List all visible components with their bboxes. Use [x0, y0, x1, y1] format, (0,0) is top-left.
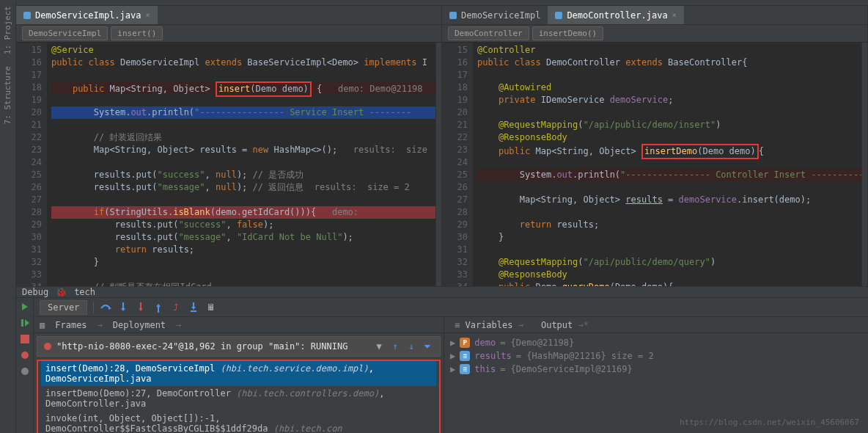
editor-body-left[interactable]: 1516171819202122232425262728293031323334… [16, 43, 441, 286]
tab-arrow-icon: → [98, 320, 103, 330]
drop-frame-button[interactable]: ⤴ [170, 302, 182, 313]
gutter-right[interactable]: 1516171819202122232425262728293031323334… [442, 43, 473, 286]
bug-icon: 🐞 [56, 287, 67, 297]
frames-list[interactable]: insert(Demo):28, DemoServiceImpl (hbi.te… [37, 360, 441, 433]
tab-arrow-icon: → [176, 320, 181, 330]
editor-left: DemoServiceImpl.java × DemoServiceImpl i… [16, 6, 442, 286]
crumb-method[interactable]: insertDemo() [532, 26, 603, 40]
run-to-cursor-button[interactable] [188, 302, 199, 313]
svg-rect-1 [21, 319, 23, 327]
frames-panel: ▦ Frames → Deployment → "http-nio-8080-e… [34, 317, 444, 433]
tab-label: DemoServiceImpl [461, 10, 540, 21]
debug-title: Debug [22, 287, 48, 297]
stop-button[interactable] [19, 333, 31, 345]
step-over-button[interactable] [100, 302, 111, 313]
output-tab[interactable]: Output →* [537, 319, 593, 332]
svg-marker-2 [25, 319, 29, 327]
force-step-into-button[interactable] [135, 302, 147, 313]
svg-rect-3 [21, 335, 29, 343]
svg-point-4 [21, 352, 29, 359]
frame-row[interactable]: invoke(int, Object, Object[]):-1, DemoCo… [41, 411, 436, 433]
filter-button[interactable]: ⏷ [421, 340, 434, 353]
code-right[interactable]: @Controllerpublic class DemoController e… [473, 43, 861, 286]
prev-frame-button[interactable]: ↑ [389, 340, 402, 353]
close-icon[interactable]: × [146, 11, 150, 19]
code-left[interactable]: @Servicepublic class DemoServiceImpl ext… [47, 43, 435, 286]
frame-row[interactable]: insertDemo(Demo):27, DemoController (hbi… [41, 386, 436, 411]
tab-demoserviceimpl-r[interactable]: DemoServiceImpl [442, 6, 548, 24]
debug-panel: Debug 🐞 tech Server [16, 286, 868, 433]
debug-left-toolbar [16, 298, 34, 433]
tab-label: DemoController.java [567, 10, 667, 21]
next-frame-button[interactable]: ↓ [405, 340, 418, 353]
editor-body-right[interactable]: 1516171819202122232425262728293031323334… [442, 43, 867, 286]
close-icon[interactable]: × [672, 11, 677, 19]
tab-bar-left: DemoServiceImpl.java × [16, 6, 441, 25]
dropdown-icon[interactable]: ▼ [372, 340, 386, 353]
tab-democontroller[interactable]: DemoController.java × [548, 6, 683, 24]
evaluate-button[interactable]: 🖩 [205, 302, 217, 313]
crumb-class[interactable]: DemoServiceImpl [22, 26, 108, 40]
breadcrumb-right: DemoController insertDemo() [442, 25, 867, 43]
step-into-button[interactable] [117, 302, 129, 313]
breadcrumb-left: DemoServiceImpl insert() [16, 25, 441, 43]
left-tool-strip: 1: Project 7: Structure [0, 0, 16, 433]
crumb-method[interactable]: insert() [111, 26, 163, 40]
debug-toolbar: Server ⤴ 🖩 [34, 298, 868, 317]
scrollbar-right[interactable] [861, 43, 867, 286]
svg-marker-8 [121, 308, 125, 311]
thread-name: "http-nio-8080-exec-24"@18,962 in group … [56, 341, 347, 352]
mute-breakpoints-button[interactable] [19, 365, 31, 377]
java-class-icon [23, 12, 31, 19]
rerun-button[interactable] [19, 301, 31, 313]
debug-config[interactable]: tech [74, 287, 95, 297]
svg-marker-12 [156, 304, 161, 307]
java-class-icon [555, 12, 562, 19]
debug-header: Debug 🐞 tech [16, 287, 868, 298]
frames-icon: ▦ [40, 320, 45, 330]
svg-marker-0 [22, 303, 28, 310]
server-tab[interactable]: Server [40, 300, 87, 315]
tool-project[interactable]: 1: Project [3, 3, 12, 57]
deployment-tab[interactable]: Deployment [108, 319, 170, 332]
svg-point-5 [21, 368, 29, 375]
tab-bar-right: DemoServiceImpl DemoController.java × [442, 6, 867, 25]
java-class-icon [449, 12, 457, 19]
editor-right: DemoServiceImpl DemoController.java × De… [442, 6, 868, 286]
gutter-left[interactable]: 1516171819202122232425262728293031323334… [16, 43, 47, 286]
frames-tab[interactable]: Frames [51, 319, 91, 332]
top-nav [16, 0, 868, 6]
breakpoint-icon [43, 342, 52, 351]
watermark: https://blog.csdn.net/weixin_45606067 [680, 418, 859, 427]
crumb-class[interactable]: DemoController [448, 26, 529, 40]
view-breakpoints-button[interactable] [19, 349, 31, 361]
tab-label: DemoServiceImpl.java [35, 10, 141, 21]
thread-selector[interactable]: "http-nio-8080-exec-24"@18,962 in group … [37, 336, 441, 357]
variable-row[interactable]: ▶ ≡ results = {HashMap@21216} size = 2 [450, 349, 862, 363]
variable-row[interactable]: ▶ ≡ this = {DemoServiceImpl@21169} [450, 363, 862, 376]
tool-structure[interactable]: 7: Structure [3, 63, 12, 127]
step-out-button[interactable] [152, 302, 164, 313]
variables-panel: ≡ Variables → Output →* ▶ P demo = {Demo… [444, 317, 868, 433]
scrollbar-left[interactable] [435, 43, 441, 286]
tab-demoserviceimpl[interactable]: DemoServiceImpl.java × [16, 6, 158, 24]
variables-tab[interactable]: ≡ Variables → [450, 319, 528, 332]
variable-row[interactable]: ▶ P demo = {Demo@21198} [450, 336, 862, 349]
resume-button[interactable] [19, 317, 31, 329]
frame-row[interactable]: insert(Demo):28, DemoServiceImpl (hbi.te… [41, 361, 436, 386]
svg-marker-10 [139, 308, 143, 311]
svg-marker-14 [191, 307, 196, 310]
svg-point-16 [44, 343, 51, 350]
